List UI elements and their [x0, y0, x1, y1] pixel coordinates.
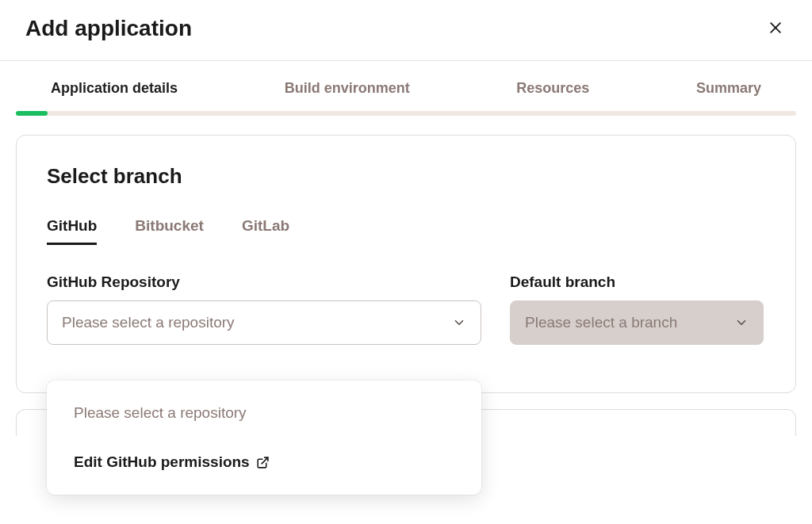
modal-title: Add application	[25, 16, 192, 41]
wizard-tab-application-details[interactable]: Application details	[51, 80, 178, 97]
repo-form-group: GitHub Repository Please select a reposi…	[47, 273, 481, 345]
select-branch-card: Select branch GitHub Bitbucket GitLab Gi…	[16, 135, 796, 393]
provider-tab-github[interactable]: GitHub	[47, 217, 97, 245]
edit-github-permissions-label: Edit GitHub permissions	[74, 453, 250, 471]
wizard-stepper: Application details Build environment Re…	[0, 61, 812, 116]
repo-select-placeholder: Please select a repository	[62, 314, 235, 331]
chevron-down-icon	[452, 316, 466, 330]
external-link-icon	[256, 456, 270, 469]
branch-select-placeholder: Please select a branch	[525, 314, 677, 331]
chevron-down-icon	[734, 316, 749, 330]
progress-track	[16, 111, 796, 116]
provider-tab-gitlab[interactable]: GitLab	[242, 217, 289, 245]
repo-select[interactable]: Please select a repository	[47, 300, 481, 345]
card-title: Select branch	[47, 164, 765, 189]
branch-label: Default branch	[510, 273, 764, 291]
repo-label: GitHub Repository	[47, 273, 481, 291]
close-icon	[768, 20, 783, 36]
edit-github-permissions-link[interactable]: Edit GitHub permissions	[47, 444, 481, 480]
wizard-tab-resources[interactable]: Resources	[516, 80, 589, 97]
branch-select[interactable]: Please select a branch	[510, 300, 764, 345]
progress-fill	[16, 111, 48, 116]
modal-header: Add application	[0, 0, 812, 61]
branch-form-group: Default branch Please select a branch	[510, 273, 764, 345]
provider-tab-bitbucket[interactable]: Bitbucket	[135, 217, 204, 245]
provider-tabs: GitHub Bitbucket GitLab	[47, 217, 765, 245]
close-button[interactable]	[764, 17, 787, 41]
wizard-tab-build-environment[interactable]: Build environment	[285, 80, 410, 97]
wizard-tab-summary[interactable]: Summary	[696, 80, 761, 97]
dropdown-placeholder-option[interactable]: Please select a repository	[47, 395, 481, 431]
repo-dropdown: Please select a repository Edit GitHub p…	[47, 381, 481, 495]
svg-line-2	[262, 457, 268, 464]
